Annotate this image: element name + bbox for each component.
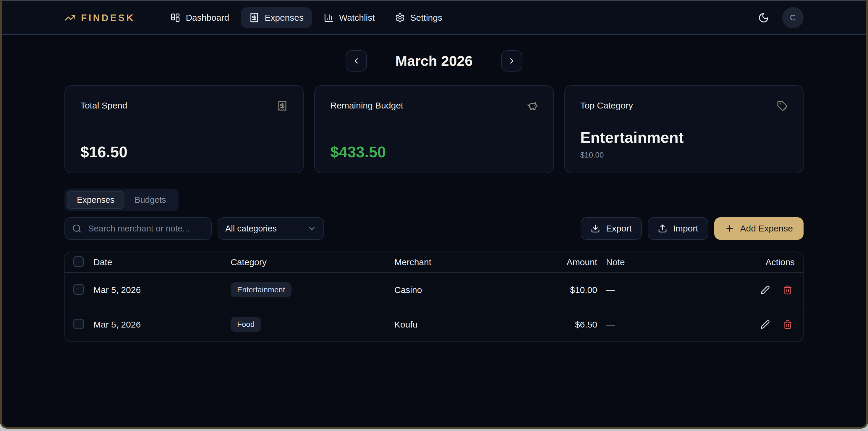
- expenses-table: Date Category Merchant Amount Note Actio…: [64, 252, 804, 342]
- column-header-amount: Amount: [566, 253, 597, 271]
- column-header-note: Note: [597, 253, 724, 271]
- month-title: March 2026: [395, 53, 473, 69]
- download-icon: [591, 224, 600, 233]
- chevron-left-icon: [352, 57, 361, 65]
- card-label: Remaining Budget: [330, 100, 403, 111]
- table-row: Mar 5, 2026 Food Koufu $6.50 —: [65, 307, 803, 341]
- add-expense-label: Add Expense: [740, 223, 793, 234]
- row-checkbox[interactable]: [73, 319, 84, 329]
- edit-expense-button[interactable]: [758, 317, 772, 332]
- top-navbar: FINDESK Dashboard Expenses: [2, 1, 866, 35]
- nav-item-watchlist[interactable]: Watchlist: [315, 7, 383, 28]
- nav-item-settings[interactable]: Settings: [387, 7, 451, 28]
- card-label: Top Category: [580, 100, 633, 111]
- upload-icon: [658, 224, 667, 233]
- column-header-category: Category: [230, 253, 394, 271]
- bar-chart-icon: [324, 13, 334, 23]
- table-header: Date Category Merchant Amount Note Actio…: [65, 252, 803, 273]
- nav-item-dashboard[interactable]: Dashboard: [162, 7, 238, 28]
- top-category-value: Entertainment: [580, 130, 787, 145]
- total-spend-value: $16.50: [81, 144, 288, 160]
- nav-item-label: Watchlist: [339, 13, 375, 23]
- tab-expenses[interactable]: Expenses: [67, 191, 124, 209]
- total-spend-card: Total Spend $16.50: [64, 85, 304, 173]
- receipt-icon: [277, 100, 288, 111]
- nav-item-expenses[interactable]: Expenses: [241, 7, 312, 28]
- row-note: —: [597, 310, 724, 339]
- row-merchant: Koufu: [394, 310, 566, 339]
- chevron-right-icon: [507, 57, 516, 65]
- import-button[interactable]: Import: [648, 217, 708, 240]
- moon-icon: [758, 12, 769, 23]
- row-date: Mar 5, 2026: [93, 310, 230, 339]
- dashboard-grid-icon: [170, 13, 180, 23]
- row-merchant: Casino: [394, 276, 566, 305]
- top-category-card: Top Category Entertainment $10.00: [564, 85, 804, 173]
- search-input[interactable]: [87, 223, 204, 234]
- app-window: FINDESK Dashboard Expenses: [0, 0, 868, 429]
- nav-item-label: Expenses: [265, 13, 304, 23]
- top-category-amount: $10.00: [580, 151, 787, 160]
- previous-month-button[interactable]: [346, 50, 367, 71]
- trash-icon: [783, 285, 792, 295]
- add-expense-button[interactable]: Add Expense: [714, 217, 804, 240]
- export-button[interactable]: Export: [581, 217, 642, 240]
- receipt-icon: [249, 13, 259, 23]
- remaining-budget-value: $433.50: [330, 144, 537, 160]
- pencil-icon: [761, 285, 770, 295]
- category-badge: Food: [230, 317, 261, 332]
- brand-logo: FINDESK: [64, 12, 135, 23]
- row-amount: $6.50: [566, 310, 597, 339]
- tag-icon: [777, 100, 787, 111]
- export-label: Export: [606, 223, 632, 234]
- category-filter-select[interactable]: All categories: [218, 217, 324, 240]
- user-avatar[interactable]: C: [782, 7, 804, 28]
- trending-up-icon: [64, 12, 76, 23]
- table-row: Mar 5, 2026 Entertainment Casino $10.00 …: [65, 273, 803, 307]
- category-filter-value: All categories: [225, 224, 277, 234]
- edit-expense-button[interactable]: [758, 283, 772, 297]
- gear-icon: [395, 13, 405, 23]
- theme-toggle-button[interactable]: [756, 10, 772, 26]
- chevron-down-icon: [307, 224, 316, 233]
- import-label: Import: [673, 223, 698, 234]
- column-header-actions: Actions: [724, 253, 795, 271]
- column-header-merchant: Merchant: [394, 253, 566, 271]
- remaining-budget-card: Remaining Budget $433.50: [314, 85, 553, 173]
- piggy-bank-icon: [527, 100, 538, 111]
- card-label: Total Spend: [81, 100, 127, 111]
- search-box: [64, 217, 212, 240]
- pencil-icon: [761, 320, 770, 329]
- nav-item-label: Dashboard: [186, 13, 229, 23]
- category-badge: Entertainment: [230, 282, 291, 297]
- expenses-toolbar: All categories Export Import: [64, 217, 804, 240]
- brand-name: FINDESK: [81, 12, 135, 23]
- plus-icon: [725, 224, 734, 233]
- column-header-date: Date: [93, 253, 230, 271]
- search-icon: [72, 224, 82, 233]
- row-note: —: [597, 276, 724, 305]
- tab-budgets[interactable]: Budgets: [124, 191, 176, 209]
- nav-menu: Dashboard Expenses Watchlist: [162, 7, 451, 28]
- delete-expense-button[interactable]: [780, 283, 795, 297]
- row-date: Mar 5, 2026: [93, 276, 230, 305]
- view-tabs: Expenses Budgets: [64, 189, 179, 211]
- select-all-checkbox[interactable]: [73, 256, 84, 267]
- stat-cards: Total Spend $16.50 Remaining Budget $433…: [64, 85, 804, 173]
- trash-icon: [783, 320, 792, 329]
- month-navigation: March 2026: [64, 50, 804, 71]
- avatar-initial: C: [790, 13, 796, 23]
- next-month-button[interactable]: [501, 50, 522, 71]
- row-checkbox[interactable]: [73, 284, 84, 295]
- row-amount: $10.00: [566, 276, 597, 305]
- delete-expense-button[interactable]: [780, 317, 795, 332]
- nav-item-label: Settings: [410, 13, 442, 23]
